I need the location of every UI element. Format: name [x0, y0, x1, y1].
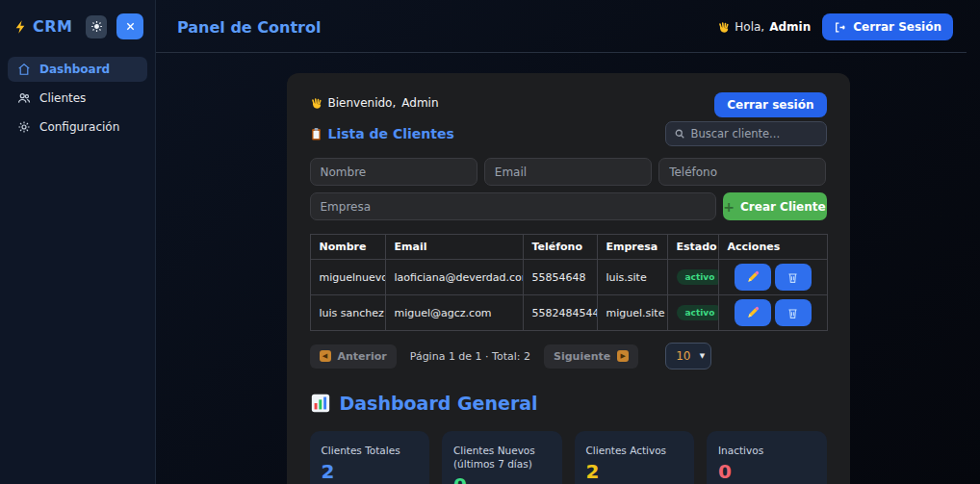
cell-telefono: 55854648	[523, 260, 597, 295]
status-badge: activo	[677, 269, 719, 285]
greeting-name: Admin	[769, 20, 811, 34]
greeting-prefix: Hola,	[735, 20, 764, 34]
logout-button-label: Cerrar Sesión	[853, 20, 941, 34]
col-header-email: Email	[385, 235, 523, 260]
sidebar-item-configuracion[interactable]: Configuración	[8, 115, 147, 140]
lightning-bolt-icon	[13, 19, 29, 35]
theme-toggle-button[interactable]	[86, 15, 107, 38]
client-list-title-text: Lista de Clientes	[328, 126, 454, 141]
cell-nombre: miguelnuevo	[310, 260, 385, 295]
stats-row: Clientes Totales 2 Clientes Nuevos(últim…	[310, 431, 827, 484]
search-input[interactable]	[691, 127, 818, 140]
table-row: miguelnuevo laoficiana@deverdad.com 5585…	[310, 260, 827, 295]
edit-client-button[interactable]	[735, 299, 771, 326]
wave-hand-icon	[717, 21, 730, 34]
arrow-left-icon: ◀	[320, 350, 331, 362]
client-search	[665, 121, 827, 146]
col-header-telefono: Teléfono	[523, 235, 597, 260]
stat-label: Clientes Totales	[322, 444, 419, 457]
logout-icon	[834, 21, 846, 34]
prev-page-label: Anterior	[338, 350, 387, 363]
bar-chart-icon	[310, 393, 331, 414]
edit-client-button[interactable]	[735, 264, 771, 291]
app-logo: CRM	[33, 17, 72, 36]
next-page-button[interactable]: Siguiente ▶	[544, 344, 638, 369]
stat-value: 2	[586, 460, 683, 483]
sidebar: CRM Dashboard Clientes	[0, 0, 156, 484]
email-field[interactable]	[484, 158, 652, 186]
cell-nombre: luis sanchez	[310, 295, 385, 331]
next-page-label: Siguiente	[554, 350, 610, 363]
col-header-empresa: Empresa	[597, 235, 667, 260]
sidebar-item-label: Configuración	[39, 120, 119, 134]
pagination-info: Página 1 de 1 · Total: 2	[410, 350, 530, 363]
plus-icon: +	[723, 200, 735, 214]
col-header-nombre: Nombre	[310, 235, 385, 260]
pagination: ◀ Anterior Página 1 de 1 · Total: 2 Sigu…	[310, 343, 827, 369]
home-icon	[17, 63, 31, 76]
status-badge: activo	[677, 305, 719, 320]
clients-table: Nombre Email Teléfono Empresa Estado Acc…	[310, 234, 828, 331]
delete-client-button[interactable]	[775, 299, 812, 326]
pencil-icon	[746, 270, 760, 284]
stat-card-clientes-nuevos: Clientes Nuevos(últimos 7 días) 0	[442, 431, 562, 484]
cell-email: miguel@agcz.com	[385, 295, 523, 331]
telefono-field[interactable]	[658, 158, 826, 186]
page-title: Panel de Control	[177, 18, 321, 37]
sidebar-nav: Dashboard Clientes Configuración	[8, 57, 147, 140]
stat-label: Clientes Nuevos(últimos 7 días)	[453, 444, 551, 471]
col-header-estado: Estado	[667, 235, 718, 260]
create-client-button[interactable]: + Crear Cliente	[723, 192, 827, 220]
card-logout-button[interactable]: Cerrar sesión	[714, 92, 826, 117]
empresa-field[interactable]	[310, 192, 716, 220]
sidebar-item-label: Clientes	[39, 91, 86, 105]
sidebar-item-clientes[interactable]: Clientes	[8, 86, 147, 111]
main-header: Panel de Control Hola, Admin Cerrar Sesi…	[156, 0, 967, 53]
search-icon	[674, 128, 685, 140]
stat-value: 0	[718, 460, 815, 483]
trash-icon	[787, 271, 799, 284]
cell-empresa: luis.site	[597, 260, 667, 295]
sidebar-item-dashboard[interactable]: Dashboard	[8, 57, 147, 82]
page-size-select[interactable]: 10	[666, 349, 710, 363]
wave-hand-icon	[310, 97, 322, 110]
page-size-select-wrap: 10 ▼	[665, 343, 711, 369]
delete-client-button[interactable]	[775, 264, 812, 291]
cell-empresa: miguel.site	[597, 295, 667, 331]
content: Bienvenido, Admin Cerrar sesión Lista de…	[156, 53, 980, 484]
sun-icon	[90, 20, 103, 33]
prev-page-button[interactable]: ◀ Anterior	[310, 344, 397, 369]
sidebar-logo-row: CRM	[8, 13, 147, 53]
create-client-label: Crear Cliente	[740, 200, 826, 214]
stat-value: 2	[322, 460, 419, 483]
arrow-right-icon: ▶	[617, 350, 629, 362]
dashboard-section-header: Dashboard General	[310, 393, 827, 414]
stat-card-inactivos: Inactivos 0	[707, 431, 827, 484]
welcome-name: Admin	[401, 96, 438, 110]
welcome-prefix: Bienvenido,	[328, 96, 397, 110]
cell-telefono: 5582484544	[523, 295, 597, 331]
trash-icon	[787, 307, 799, 319]
dashboard-title: Dashboard General	[340, 393, 538, 414]
table-header-row: Nombre Email Teléfono Empresa Estado Acc…	[310, 235, 827, 260]
stat-label: Inactivos	[718, 444, 815, 457]
create-client-form: + Crear Cliente	[310, 158, 827, 220]
stat-card-clientes-totales: Clientes Totales 2	[310, 431, 430, 484]
main-area: Panel de Control Hola, Admin Cerrar Sesi…	[156, 0, 980, 484]
sidebar-close-button[interactable]	[116, 13, 143, 39]
clients-card: Bienvenido, Admin Cerrar sesión Lista de…	[287, 73, 850, 484]
sidebar-item-label: Dashboard	[39, 63, 110, 76]
logout-button[interactable]: Cerrar Sesión	[822, 13, 953, 40]
header-greeting: Hola, Admin	[717, 20, 811, 34]
gear-icon	[17, 120, 31, 134]
users-icon	[17, 91, 31, 105]
nombre-field[interactable]	[310, 158, 477, 186]
stat-label: Clientes Activos	[586, 444, 683, 457]
welcome-text: Bienvenido, Admin	[310, 92, 439, 110]
pencil-icon	[746, 306, 760, 319]
cell-email: laoficiana@deverdad.com	[385, 260, 523, 295]
stat-value: 0	[453, 473, 551, 484]
client-list-title: Lista de Clientes	[310, 126, 454, 141]
col-header-acciones: Acciones	[718, 235, 827, 260]
header-right: Hola, Admin Cerrar Sesión	[717, 13, 953, 40]
